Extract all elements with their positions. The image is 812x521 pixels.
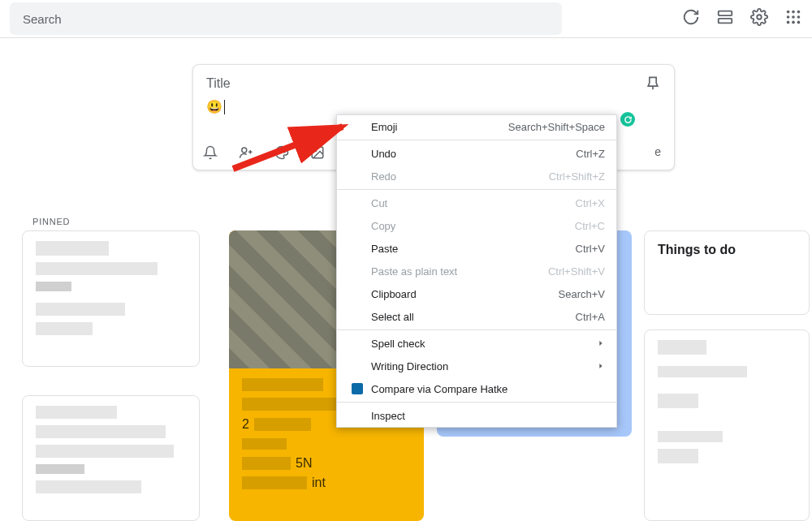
svg-point-11 xyxy=(797,21,801,24)
svg-point-4 xyxy=(792,11,795,14)
ctx-copy: CopyCtrl+C xyxy=(337,214,616,237)
svg-point-9 xyxy=(787,21,790,24)
y-frag-1: 2 xyxy=(242,417,249,432)
ctx-inspect[interactable]: Inspect xyxy=(337,404,616,427)
note-emoji: 😃 xyxy=(206,99,222,114)
svg-rect-1 xyxy=(719,19,732,24)
svg-rect-0 xyxy=(719,11,732,16)
search-placeholder: Search xyxy=(23,12,62,26)
settings-icon[interactable] xyxy=(750,8,768,29)
list-view-icon[interactable] xyxy=(716,8,734,29)
chevron-right-icon xyxy=(597,360,605,372)
y-frag-2: 5N xyxy=(296,456,312,471)
svg-point-3 xyxy=(787,11,790,14)
ctx-select-all[interactable]: Select allCtrl+A xyxy=(337,305,616,328)
ctx-cut: CutCtrl+X xyxy=(337,192,616,214)
section-pinned-label: PINNED xyxy=(32,217,70,226)
ctx-redo: RedoCtrl+Shift+Z xyxy=(337,165,616,187)
ctx-paste-as-plain-text: Paste as plain textCtrl+Shift+V xyxy=(337,260,616,282)
note-title-input[interactable]: Title xyxy=(193,65,674,94)
pinned-card-2[interactable] xyxy=(22,395,200,521)
compare-hatke-icon xyxy=(348,383,366,394)
text-cursor xyxy=(224,100,225,114)
ctx-writing-direction[interactable]: Writing Direction xyxy=(337,355,616,377)
ctx-paste[interactable]: PasteCtrl+V xyxy=(337,237,616,260)
svg-point-10 xyxy=(792,21,795,24)
ctx-compare-via-compare-hatke[interactable]: Compare via Compare Hatke xyxy=(337,377,616,400)
search-input[interactable]: Search xyxy=(10,2,562,35)
ctx-clipboard[interactable]: ClipboardSearch+V xyxy=(337,282,616,305)
remind-icon[interactable] xyxy=(203,145,218,163)
chevron-right-icon xyxy=(597,338,605,350)
things-to-do-title: Things to do xyxy=(645,231,809,269)
svg-point-6 xyxy=(787,15,790,19)
svg-point-2 xyxy=(757,15,762,19)
ctx-spell-check[interactable]: Spell check xyxy=(337,332,616,355)
context-menu: EmojiSearch+Shift+SpaceUndoCtrl+ZRedoCtr… xyxy=(336,114,617,428)
ctx-emoji[interactable]: EmojiSearch+Shift+Space xyxy=(337,115,616,138)
ctx-undo[interactable]: UndoCtrl+Z xyxy=(337,142,616,165)
y-frag-3: int xyxy=(312,476,326,490)
grammarly-icon[interactable] xyxy=(620,112,635,127)
annotation-arrow xyxy=(229,112,359,177)
apps-icon[interactable] xyxy=(784,8,802,29)
svg-line-18 xyxy=(233,127,343,169)
pin-icon[interactable] xyxy=(645,75,661,94)
pinned-card-1[interactable] xyxy=(22,230,200,367)
svg-point-5 xyxy=(797,11,801,14)
close-fragment[interactable]: e xyxy=(654,145,661,158)
svg-point-7 xyxy=(792,15,795,19)
svg-point-8 xyxy=(797,15,801,19)
things-to-do-card[interactable]: Things to do xyxy=(644,230,810,315)
pinned-card-right[interactable] xyxy=(644,329,810,521)
refresh-icon[interactable] xyxy=(682,8,700,29)
